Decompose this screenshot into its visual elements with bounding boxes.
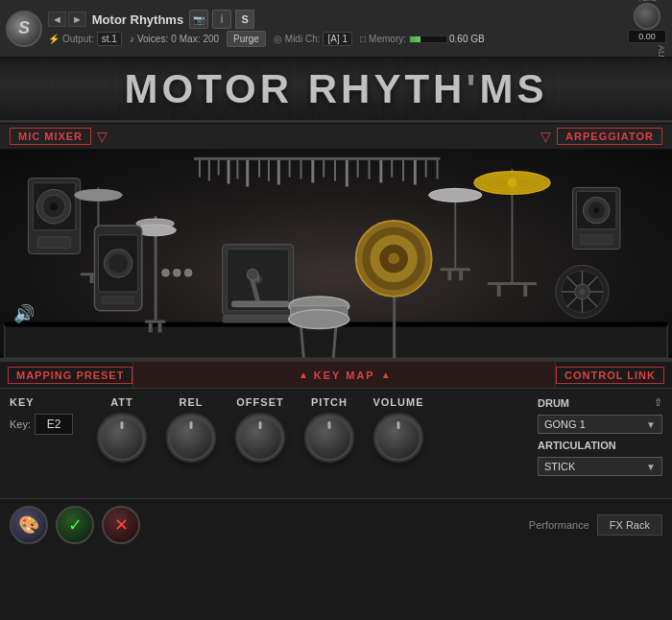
svg-rect-52 — [158, 323, 162, 333]
right-section: DRUM ⇧ GONG 1 ▼ ARTICULATION STICK ▼ — [538, 396, 662, 476]
key-map-text: KEY MAP — [314, 370, 375, 381]
performance-label: Performance — [529, 519, 589, 531]
svg-point-96 — [579, 289, 585, 295]
svg-rect-24 — [425, 160, 427, 178]
svg-rect-57 — [459, 271, 463, 280]
top-right: Tune 0.00 AUX — [628, 0, 666, 63]
svg-point-81 — [593, 207, 599, 213]
memory-value: 0.60 GB — [449, 34, 485, 44]
camera-icon: 📷 — [193, 14, 204, 25]
svg-point-62 — [508, 179, 517, 188]
svg-rect-18 — [357, 160, 359, 178]
volume-knob-ring — [372, 412, 424, 464]
max-value: 200 — [203, 34, 219, 44]
svg-rect-83 — [232, 301, 289, 307]
check-button[interactable]: ✓ — [56, 506, 94, 544]
svg-rect-41 — [223, 316, 294, 323]
title-row: ◄ ► Motor Rhythms 📷 i S — [48, 10, 622, 29]
keymap-triangle-left: ▲ — [299, 370, 308, 380]
pitch-knob[interactable] — [306, 415, 352, 461]
top-icons: 📷 i S — [189, 10, 254, 29]
volume-knob[interactable] — [375, 415, 421, 461]
att-knob-ring — [96, 412, 148, 464]
palette-button[interactable]: 🎨 — [10, 506, 48, 544]
control-link-label[interactable]: CONTROL LINK — [556, 367, 664, 384]
speaker-icon[interactable]: 🔊 — [13, 303, 35, 324]
mic-mixer-button[interactable]: MIC MIXER ▽ — [10, 128, 108, 145]
att-knob[interactable] — [99, 415, 145, 461]
offset-knob-ring — [234, 412, 286, 464]
main-title: MOTOR RHYTH'MS — [125, 66, 548, 112]
svg-rect-51 — [149, 323, 153, 333]
cancel-button[interactable]: ✕ — [102, 506, 140, 544]
rel-knob[interactable] — [168, 415, 214, 461]
preset-keymap-bar: MAPPING PRESET ▲ KEY MAP ▲ CONTROL LINK — [0, 361, 672, 388]
svg-rect-2 — [194, 157, 440, 160]
tune-knob[interactable] — [634, 3, 660, 30]
svg-point-46 — [289, 310, 349, 329]
drum-area: ◉ — [0, 150, 672, 361]
nav-left-arrow[interactable]: ◄ — [48, 12, 66, 27]
svg-rect-76 — [102, 297, 134, 304]
svg-rect-23 — [414, 160, 417, 185]
memory-icon: □ — [360, 34, 366, 44]
top-bar: S ◄ ► Motor Rhythms 📷 i S ⚡ Output: — [0, 0, 672, 58]
nav-arrows: ◄ ► — [48, 12, 86, 27]
camera-button[interactable]: 📷 — [189, 10, 208, 29]
svg-rect-3 — [199, 160, 201, 178]
key-map-button[interactable]: ▲ KEY MAP ▲ — [132, 362, 556, 388]
svg-rect-31 — [37, 237, 71, 249]
offset-knob[interactable] — [237, 415, 283, 461]
key-val-box[interactable]: E2 — [35, 414, 73, 435]
s-button[interactable]: S — [235, 10, 254, 29]
mixer-arp-bar: MIC MIXER ▽ ▽ ARPEGGIATOR — [0, 123, 672, 150]
svg-rect-9 — [258, 160, 260, 178]
arpeggiator-button[interactable]: ▽ ARPEGGIATOR — [540, 128, 662, 145]
articulation-label: ARTICULATION — [538, 440, 616, 451]
title-graphic: MOTOR RHYTH'MS — [0, 58, 672, 123]
svg-rect-22 — [402, 160, 404, 181]
volume-knob-item: VOLUME — [372, 396, 424, 464]
fx-rack-button[interactable]: FX Rack — [597, 514, 662, 536]
svg-rect-13 — [300, 160, 302, 179]
rel-knob-item: REL — [165, 396, 217, 464]
svg-rect-15 — [323, 160, 324, 178]
drum-value: GONG 1 — [544, 418, 586, 430]
articulation-selector-row: ARTICULATION — [538, 440, 662, 451]
info-button[interactable]: i — [212, 10, 231, 29]
svg-point-88 — [184, 269, 192, 276]
key-value-row: Key: E2 — [10, 414, 73, 435]
purge-button[interactable]: Purge — [227, 31, 266, 47]
drum-label: DRUM — [538, 397, 569, 409]
drum-dropdown[interactable]: GONG 1 ▼ — [538, 415, 662, 434]
memory-label: Memory: — [369, 34, 406, 44]
svg-rect-7 — [236, 160, 238, 179]
arp-arrow: ▽ — [540, 129, 551, 144]
nav-right-arrow[interactable]: ► — [68, 12, 86, 27]
action-bar: 🎨 ✓ ✕ Performance FX Rack — [0, 498, 672, 551]
top-center-controls: ◄ ► Motor Rhythms 📷 i S ⚡ Output: st.1 — [48, 10, 622, 47]
svg-rect-17 — [346, 160, 348, 187]
svg-point-54 — [429, 188, 482, 202]
pitch-knob-item: PITCH — [303, 396, 355, 464]
pitch-label: PITCH — [311, 396, 348, 408]
output-value[interactable]: st.1 — [97, 32, 122, 46]
mapping-preset-label[interactable]: MAPPING PRESET — [8, 367, 132, 384]
keymap-triangle-right: ▲ — [381, 370, 391, 380]
svg-point-71 — [388, 253, 399, 265]
volume-label: VOLUME — [372, 396, 423, 408]
output-label: Output: — [62, 34, 94, 44]
mic-mixer-label: MIC MIXER — [10, 128, 91, 145]
logo-letter: S — [18, 18, 30, 38]
svg-rect-20 — [379, 160, 382, 183]
svg-rect-16 — [334, 160, 336, 181]
knob-section: KEY Key: E2 ATT REL OFFSET — [0, 388, 672, 498]
midi-item: ◎ Midi Ch: [A] 1 — [274, 32, 352, 46]
articulation-dropdown[interactable]: STICK ▼ — [538, 457, 662, 476]
svg-rect-10 — [268, 160, 270, 181]
midi-value[interactable]: [A] 1 — [323, 32, 352, 46]
knobs-group: ATT REL OFFSET PITCH VOL — [96, 396, 528, 464]
midi-icon: ◎ — [274, 34, 282, 44]
svg-rect-82 — [580, 235, 612, 245]
svg-rect-4 — [208, 160, 210, 181]
